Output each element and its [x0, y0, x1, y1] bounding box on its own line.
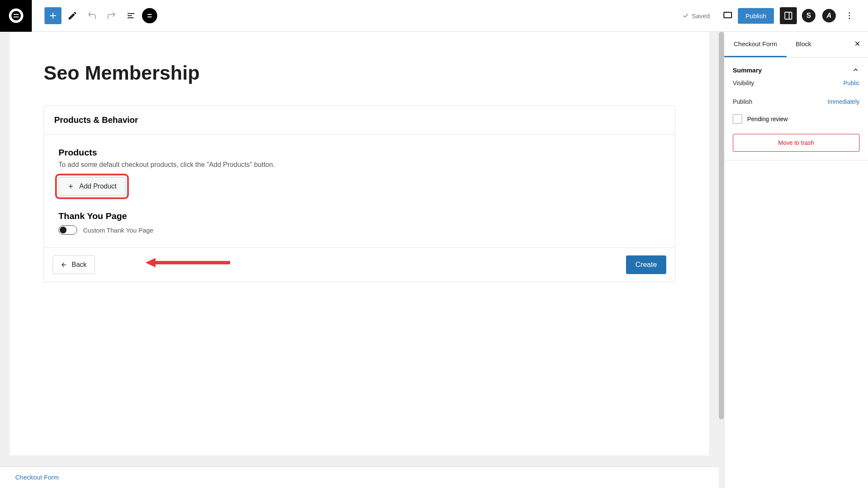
add-product-button[interactable]: Add Product	[58, 177, 125, 196]
editor-canvas: Seo Membership Products & Behavior Produ…	[10, 32, 709, 455]
thankyou-toggle-label: Custom Thank You Page	[83, 227, 153, 234]
back-button[interactable]: Back	[53, 255, 95, 274]
page-title[interactable]: Seo Membership	[44, 61, 675, 84]
editor-canvas-wrap: Seo Membership Products & Behavior Produ…	[0, 32, 719, 488]
panel-header: Products & Behavior	[44, 106, 675, 135]
products-heading: Products	[58, 147, 660, 158]
products-behavior-panel: Products & Behavior Products To add some…	[44, 105, 675, 282]
undo-button[interactable]	[83, 7, 100, 24]
tab-checkout-form[interactable]: Checkout Form	[724, 32, 787, 57]
plugin-logo-icon[interactable]	[142, 8, 157, 23]
back-label: Back	[72, 261, 87, 269]
products-description: To add some default checkout products, c…	[58, 161, 660, 169]
svg-point-9	[849, 12, 850, 14]
close-sidebar-button[interactable]	[847, 40, 868, 50]
plugin-button-2[interactable]: A	[821, 7, 837, 24]
pending-review-label: Pending review	[747, 116, 788, 122]
pending-review-checkbox[interactable]	[733, 114, 742, 124]
top-toolbar: Saved Publish S A	[0, 0, 868, 32]
add-block-button[interactable]	[45, 7, 61, 24]
svg-point-11	[849, 18, 850, 19]
thankyou-heading: Thank You Page	[58, 211, 660, 221]
settings-panel-toggle[interactable]	[780, 7, 797, 24]
saved-label: Saved	[692, 12, 710, 19]
breadcrumb: Checkout Form	[0, 466, 719, 488]
summary-section-toggle[interactable]: Summary	[733, 66, 860, 74]
app-logo[interactable]	[0, 0, 32, 32]
scrollbar[interactable]	[719, 32, 724, 488]
plugin-button-1[interactable]: S	[800, 7, 817, 24]
visibility-label: Visibility	[733, 80, 754, 86]
breadcrumb-link[interactable]: Checkout Form	[15, 474, 59, 481]
redo-button[interactable]	[103, 7, 120, 24]
add-product-label: Add Product	[79, 183, 117, 190]
preview-button[interactable]	[719, 7, 736, 24]
settings-sidebar: Checkout Form Block Summary Visibility P…	[724, 32, 868, 488]
chevron-up-icon	[852, 66, 860, 74]
svg-rect-7	[785, 12, 792, 19]
outline-button[interactable]	[122, 7, 139, 24]
more-options-button[interactable]	[841, 7, 858, 24]
svg-point-10	[849, 15, 850, 17]
edit-button[interactable]	[64, 7, 81, 24]
publish-date-label: Publish	[733, 98, 752, 105]
svg-rect-5	[724, 12, 732, 18]
create-button[interactable]: Create	[626, 255, 666, 274]
publish-button[interactable]: Publish	[738, 8, 774, 24]
publish-date-value[interactable]: Immediately	[828, 98, 860, 105]
custom-thankyou-toggle[interactable]	[58, 225, 77, 235]
summary-label: Summary	[733, 67, 762, 74]
saved-indicator: Saved	[682, 12, 710, 19]
visibility-value[interactable]: Public	[843, 80, 860, 86]
move-to-trash-button[interactable]: Move to trash	[733, 134, 860, 152]
tab-block[interactable]: Block	[787, 32, 821, 57]
